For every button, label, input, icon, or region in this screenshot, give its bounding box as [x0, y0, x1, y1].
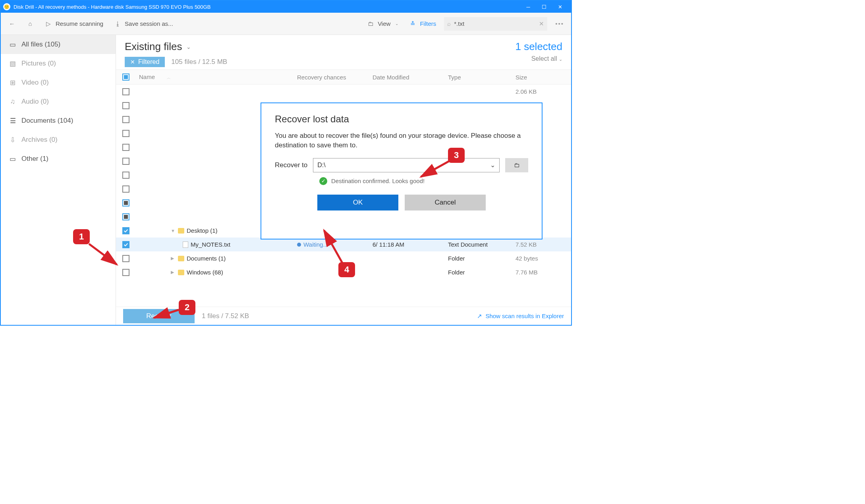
select-all-button[interactable]: Select all ⌄: [515, 55, 562, 62]
row-checkbox[interactable]: [122, 130, 129, 137]
callout-1: 1: [73, 229, 90, 244]
titlebar: 🙂 Disk Drill - All recovery methods - Ha…: [1, 1, 571, 13]
resume-scan-button[interactable]: ▷Resume scanning: [42, 19, 106, 29]
type-cell: Text Document: [448, 241, 516, 248]
file-name: My_NOTES.txt: [191, 241, 230, 248]
table-header: Name︿ Recovery chances Date Modified Typ…: [116, 70, 571, 85]
row-checkbox[interactable]: [122, 116, 129, 123]
caret-right-icon[interactable]: ▶: [171, 270, 176, 275]
sidebar-item-audio[interactable]: ♫Audio (0): [1, 92, 116, 111]
row-checkbox[interactable]: [122, 213, 129, 220]
save-session-button[interactable]: ⭳Save session as...: [111, 19, 176, 29]
recover-dialog: Recover lost data You are about to recov…: [261, 102, 543, 239]
file-name: Documents (1): [187, 255, 226, 262]
caret-right-icon[interactable]: ▶: [171, 256, 176, 261]
page-title[interactable]: Existing files⌄: [125, 41, 515, 53]
filters-button[interactable]: ≛Filters: [406, 19, 438, 29]
close-button[interactable]: ✕: [557, 4, 563, 10]
row-checkbox[interactable]: [122, 88, 129, 95]
download-icon: ⭳: [114, 20, 122, 28]
file-name: Windows (68): [187, 269, 223, 276]
destination-combo[interactable]: D:\⌄: [313, 158, 500, 172]
size-cell: 7.52 KB: [516, 241, 571, 248]
folder-icon: [178, 270, 184, 275]
rect-icon: ▭: [9, 155, 17, 163]
folder-icon: 🗀: [514, 162, 520, 168]
app-window: 🙂 Disk Drill - All recovery methods - Ha…: [0, 0, 572, 326]
home-button[interactable]: ⌂: [24, 19, 37, 29]
row-checkbox[interactable]: [122, 185, 129, 193]
play-icon: ▷: [44, 20, 52, 28]
chevron-down-icon: ⌄: [559, 57, 562, 62]
row-checkbox[interactable]: [122, 102, 129, 109]
dialog-body: You are about to recover the file(s) fou…: [275, 131, 528, 150]
sidebar-item-other[interactable]: ▭Other (1): [1, 149, 116, 168]
sidebar-item-archives[interactable]: ⇩Archives (0): [1, 130, 116, 149]
screen-icon: ▭: [9, 41, 17, 48]
ok-button[interactable]: OK: [317, 195, 398, 210]
back-button[interactable]: ←: [6, 19, 18, 29]
sidebar-item-all[interactable]: ▭All files (105): [1, 35, 116, 54]
table-row[interactable]: 2.06 KB: [116, 85, 571, 98]
col-type[interactable]: Type: [448, 74, 516, 81]
filter-chip[interactable]: ✕Filtered: [125, 57, 165, 67]
sidebar-item-video[interactable]: ⊞Video (0): [1, 73, 116, 92]
caret-down-icon[interactable]: ▼: [171, 228, 176, 233]
col-size[interactable]: Size: [516, 74, 571, 81]
folder-icon: [178, 228, 184, 234]
callout-2: 2: [179, 300, 195, 315]
cancel-button[interactable]: Cancel: [405, 195, 486, 210]
file-summary: 105 files / 12.5 MB: [171, 58, 227, 66]
row-checkbox[interactable]: [122, 199, 129, 207]
check-icon: ✓: [319, 177, 327, 185]
svg-line-0: [89, 244, 117, 265]
show-in-explorer-link[interactable]: ↗Show scan results in Explorer: [477, 313, 564, 320]
toolbar: ← ⌂ ▷Resume scanning ⭳Save session as...…: [1, 13, 571, 35]
doc-icon: ☰: [9, 117, 17, 125]
folder-icon: 🗀: [367, 20, 375, 28]
col-date[interactable]: Date Modified: [373, 74, 448, 81]
dialog-title: Recover lost data: [275, 114, 528, 125]
footer-summary: 1 files / 7.52 KB: [202, 312, 249, 320]
svg-line-2: [421, 161, 450, 177]
archive-icon: ⇩: [9, 136, 17, 144]
search-box[interactable]: ⌕ ✕: [444, 17, 547, 31]
row-checkbox[interactable]: [122, 172, 129, 179]
callout-4: 4: [338, 262, 355, 277]
sidebar-item-pictures[interactable]: ▧Pictures (0): [1, 54, 116, 73]
sidebar-item-documents[interactable]: ☰Documents (104): [1, 111, 116, 130]
app-icon: 🙂: [3, 3, 10, 10]
row-checkbox[interactable]: [122, 158, 129, 165]
row-checkbox[interactable]: [122, 144, 129, 151]
view-button[interactable]: 🗀View⌄: [364, 19, 401, 29]
minimize-button[interactable]: ─: [525, 4, 531, 10]
search-input[interactable]: [454, 20, 536, 27]
sort-icon: ︿: [167, 75, 171, 80]
maximize-button[interactable]: ☐: [541, 4, 547, 10]
type-cell: Folder: [448, 269, 516, 276]
chevron-down-icon: ⌄: [395, 21, 398, 26]
folder-icon: [178, 256, 184, 261]
chevron-down-icon: ⌄: [186, 44, 191, 50]
file-name: Desktop (1): [187, 227, 218, 234]
file-icon: [183, 241, 188, 248]
callout-3: 3: [448, 148, 465, 163]
sidebar: ▭All files (105) ▧Pictures (0) ⊞Video (0…: [1, 35, 116, 325]
search-icon: ⌕: [447, 20, 451, 27]
film-icon: ⊞: [9, 79, 17, 87]
select-all-checkbox[interactable]: [122, 73, 129, 81]
size-cell: 7.76 MB: [516, 269, 571, 276]
close-icon[interactable]: ✕: [130, 59, 135, 65]
main-panel: Existing files⌄ ✕Filtered 105 files / 12…: [116, 35, 571, 325]
size-cell: 42 bytes: [516, 255, 571, 262]
browse-button[interactable]: 🗀: [505, 158, 528, 172]
clear-search-icon[interactable]: ✕: [539, 20, 544, 27]
selected-count: 1 selected: [515, 41, 562, 53]
date-cell: 6/ 11:18 AM: [373, 241, 448, 248]
more-button[interactable]: •••: [553, 19, 566, 28]
col-recovery[interactable]: Recovery chances: [297, 74, 373, 81]
col-name[interactable]: Name︿: [136, 73, 297, 81]
row-checkbox[interactable]: [122, 227, 129, 234]
external-icon: ↗: [477, 313, 482, 320]
image-icon: ▧: [9, 60, 17, 68]
